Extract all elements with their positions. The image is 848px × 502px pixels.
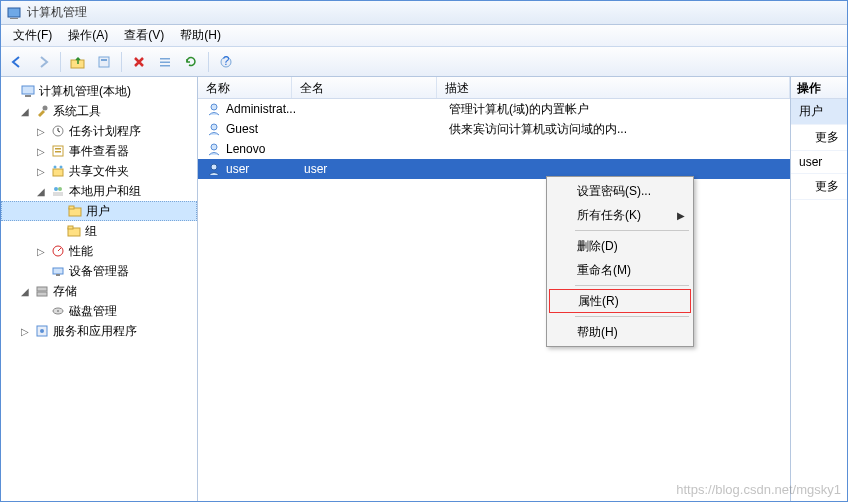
list-row[interactable]: Guest 供来宾访问计算机或访问域的内... [198,119,790,139]
cm-rename[interactable]: 重命名(M) [549,258,691,282]
device-icon [50,263,66,279]
tree-users[interactable]: 用户 [1,201,197,221]
tree-label: 计算机管理(本地) [39,83,131,100]
svg-point-19 [60,166,63,169]
back-button[interactable] [5,50,29,74]
cell-name: Lenovo [226,142,304,156]
svg-point-39 [211,164,217,170]
cm-help[interactable]: 帮助(H) [549,320,691,344]
refresh-button[interactable] [179,50,203,74]
tree-services-apps[interactable]: ▷服务和应用程序 [1,321,197,341]
svg-rect-24 [69,206,74,209]
cell-name: Administrat... [226,102,304,116]
tree-groups[interactable]: 组 [1,221,197,241]
perf-icon [50,243,66,259]
user-icon [206,101,222,117]
col-fullname[interactable]: 全名 [292,77,437,98]
list-row[interactable]: Lenovo [198,139,790,159]
svg-point-37 [211,124,217,130]
expand-icon[interactable]: ▷ [19,326,31,337]
tree-shared-folders[interactable]: ▷共享文件夹 [1,161,197,181]
list-row[interactable]: Administrat... 管理计算机(域)的内置帐户 [198,99,790,119]
col-description[interactable]: 描述 [437,77,790,98]
svg-rect-10 [22,86,34,94]
cm-label: 所有任务(K) [577,207,641,224]
expand-icon[interactable]: ▷ [35,166,47,177]
toolbar: ? [1,47,847,77]
cell-name: Guest [226,122,304,136]
expand-icon[interactable]: ▷ [35,246,47,257]
menu-help[interactable]: 帮助(H) [172,25,229,46]
collapse-icon[interactable]: ◢ [19,286,31,297]
action-item[interactable]: 用户 [791,99,847,125]
tree-label: 共享文件夹 [69,163,129,180]
svg-point-38 [211,144,217,150]
properties-button[interactable] [92,50,116,74]
tree-storage[interactable]: ◢存储 [1,281,197,301]
cm-delete[interactable]: 删除(D) [549,234,691,258]
up-folder-button[interactable] [66,50,90,74]
svg-rect-26 [68,226,73,229]
toolbar-separator [60,52,61,72]
menu-file[interactable]: 文件(F) [5,25,60,46]
tree-label: 组 [85,223,97,240]
cell-fullname: user [304,162,449,176]
menu-view[interactable]: 查看(V) [116,25,172,46]
tree-device-manager[interactable]: 设备管理器 [1,261,197,281]
tree-label: 系统工具 [53,103,101,120]
svg-rect-29 [56,274,60,276]
list-button[interactable] [153,50,177,74]
toolbar-separator [121,52,122,72]
svg-rect-11 [25,95,31,97]
tree-performance[interactable]: ▷性能 [1,241,197,261]
tree-system-tools[interactable]: ◢系统工具 [1,101,197,121]
svg-point-36 [211,104,217,110]
expand-icon[interactable]: ▷ [35,146,47,157]
tree-disk-management[interactable]: 磁盘管理 [1,301,197,321]
tree-event-viewer[interactable]: ▷事件查看器 [1,141,197,161]
window-title: 计算机管理 [27,4,87,21]
toolbar-separator [208,52,209,72]
tree-label: 设备管理器 [69,263,129,280]
cm-set-password[interactable]: 设置密码(S)... [549,179,691,203]
delete-button[interactable] [127,50,151,74]
tree-task-scheduler[interactable]: ▷任务计划程序 [1,121,197,141]
cm-label: 属性(R) [578,293,619,310]
help-button[interactable]: ? [214,50,238,74]
context-menu: 设置密码(S)... 所有任务(K)▶ 删除(D) 重命名(M) 属性(R) 帮… [546,176,694,347]
forward-button[interactable] [31,50,55,74]
cm-properties[interactable]: 属性(R) [549,289,691,313]
tools-icon [34,103,50,119]
list-row[interactable]: user user [198,159,790,179]
collapse-icon[interactable]: ◢ [19,106,31,117]
tree-label: 用户 [86,203,110,220]
action-item[interactable]: 更多 [791,174,847,200]
cm-label: 设置密码(S)... [577,183,651,200]
cm-all-tasks[interactable]: 所有任务(K)▶ [549,203,691,227]
storage-icon [34,283,50,299]
tree-root[interactable]: 计算机管理(本地) [1,81,197,101]
action-item[interactable]: 更多 [791,125,847,151]
svg-rect-4 [101,59,107,61]
disk-icon [50,303,66,319]
svg-point-18 [54,166,57,169]
event-icon [50,143,66,159]
action-item[interactable]: user [791,151,847,174]
tree-label: 任务计划程序 [69,123,141,140]
svg-rect-30 [37,287,47,291]
tree-label: 服务和应用程序 [53,323,137,340]
svg-rect-6 [160,61,170,63]
svg-point-33 [57,310,59,312]
title-bar: 计算机管理 [1,1,847,25]
users-icon [50,183,66,199]
tree-label: 本地用户和组 [69,183,141,200]
tree-local-users-groups[interactable]: ◢本地用户和组 [1,181,197,201]
list-rows: Administrat... 管理计算机(域)的内置帐户 Guest 供来宾访问… [198,99,790,501]
col-name[interactable]: 名称 [198,77,292,98]
svg-point-35 [40,329,44,333]
user-icon [206,121,222,137]
collapse-icon[interactable]: ◢ [35,186,47,197]
action-header: 操作 [791,77,847,99]
expand-icon[interactable]: ▷ [35,126,47,137]
menu-action[interactable]: 操作(A) [60,25,116,46]
